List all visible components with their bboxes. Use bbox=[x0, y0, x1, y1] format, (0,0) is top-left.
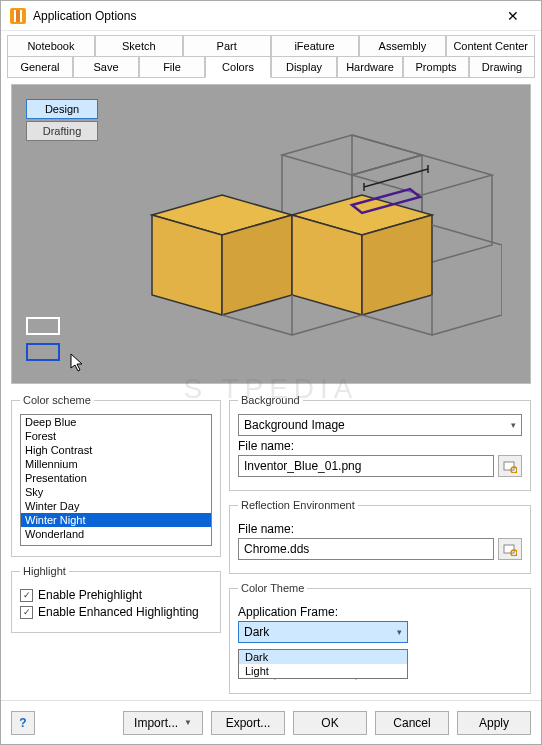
app-frame-label: Application Frame: bbox=[238, 605, 522, 619]
tab-prompts[interactable]: Prompts bbox=[403, 56, 469, 78]
tab-colors[interactable]: Colors bbox=[205, 56, 271, 78]
preview-swatches bbox=[26, 317, 60, 361]
background-browse-button[interactable] bbox=[498, 455, 522, 477]
app-frame-value: Dark bbox=[244, 625, 269, 639]
tab-drawing[interactable]: Drawing bbox=[469, 56, 535, 78]
color-scheme-item[interactable]: High Contrast bbox=[21, 443, 211, 457]
background-type-combo[interactable]: Background Image ▾ bbox=[238, 414, 522, 436]
cancel-button[interactable]: Cancel bbox=[375, 711, 449, 735]
tab-part[interactable]: Part bbox=[183, 35, 271, 56]
import-button[interactable]: Import...▼ bbox=[123, 711, 203, 735]
preview-area: Design Drafting bbox=[11, 84, 531, 384]
swatch-white[interactable] bbox=[26, 317, 60, 335]
cursor-icon bbox=[70, 353, 86, 373]
left-column: Color scheme Deep BlueForestHigh Contras… bbox=[11, 394, 221, 694]
ok-button[interactable]: OK bbox=[293, 711, 367, 735]
svg-rect-2 bbox=[16, 10, 20, 22]
color-scheme-item[interactable]: Wonderland bbox=[21, 527, 211, 541]
tab-general[interactable]: General bbox=[7, 56, 73, 78]
chevron-down-icon: ▾ bbox=[397, 627, 402, 637]
tabs-row-2: General Save File Colors Display Hardwar… bbox=[7, 56, 535, 78]
enable-prehighlight-checkbox[interactable]: ✓ Enable Prehighlight bbox=[20, 588, 212, 602]
color-theme-group: Color Theme Application Frame: Dark ▾ Da… bbox=[229, 582, 531, 694]
help-button[interactable]: ? bbox=[11, 711, 35, 735]
highlight-group: Highlight ✓ Enable Prehighlight ✓ Enable… bbox=[11, 565, 221, 633]
tab-display[interactable]: Display bbox=[271, 56, 337, 78]
enable-enhanced-highlighting-checkbox[interactable]: ✓ Enable Enhanced Highlighting bbox=[20, 605, 212, 619]
tabs-row-1: Notebook Sketch Part iFeature Assembly C… bbox=[7, 35, 535, 56]
tab-ifeature[interactable]: iFeature bbox=[271, 35, 359, 56]
background-legend: Background bbox=[238, 394, 303, 406]
app-frame-combo[interactable]: Dark ▾ bbox=[238, 621, 408, 643]
color-scheme-item[interactable]: Presentation bbox=[21, 471, 211, 485]
right-column: Background Background Image ▾ File name:… bbox=[229, 394, 531, 694]
color-scheme-item[interactable]: Forest bbox=[21, 429, 211, 443]
tab-hardware[interactable]: Hardware bbox=[337, 56, 403, 78]
background-group: Background Background Image ▾ File name:… bbox=[229, 394, 531, 491]
preview-mode-toggle: Design Drafting bbox=[26, 99, 98, 141]
close-button[interactable]: ✕ bbox=[493, 8, 533, 24]
browse-icon bbox=[503, 459, 517, 473]
export-button[interactable]: Export... bbox=[211, 711, 285, 735]
app-icon bbox=[9, 7, 27, 25]
app-frame-option-light[interactable]: Light bbox=[239, 664, 407, 678]
svg-line-19 bbox=[516, 555, 517, 556]
prehighlight-label: Enable Prehighlight bbox=[38, 588, 142, 602]
tab-save[interactable]: Save bbox=[73, 56, 139, 78]
background-filename-input[interactable]: Inventor_Blue_01.png bbox=[238, 455, 494, 477]
app-frame-dropdown: Dark Light bbox=[238, 649, 408, 679]
reflection-filename-label: File name: bbox=[238, 522, 522, 536]
tab-file[interactable]: File bbox=[139, 56, 205, 78]
tab-assembly[interactable]: Assembly bbox=[359, 35, 447, 56]
checkbox-icon: ✓ bbox=[20, 606, 33, 619]
design-toggle[interactable]: Design bbox=[26, 99, 98, 119]
tab-sketch[interactable]: Sketch bbox=[95, 35, 183, 56]
enhanced-label: Enable Enhanced Highlighting bbox=[38, 605, 199, 619]
browse-icon bbox=[503, 542, 517, 556]
color-theme-legend: Color Theme bbox=[238, 582, 307, 594]
footer: ? Import...▼ Export... OK Cancel Apply bbox=[1, 700, 541, 744]
reflection-browse-button[interactable] bbox=[498, 538, 522, 560]
lower-controls: Color scheme Deep BlueForestHigh Contras… bbox=[11, 394, 531, 694]
reflection-group: Reflection Environment File name: Chrome… bbox=[229, 499, 531, 574]
drafting-toggle[interactable]: Drafting bbox=[26, 121, 98, 141]
titlebar: Application Options ✕ bbox=[1, 1, 541, 31]
svg-line-13 bbox=[364, 169, 428, 187]
swatch-blue[interactable] bbox=[26, 343, 60, 361]
svg-rect-14 bbox=[504, 462, 514, 470]
tab-notebook[interactable]: Notebook bbox=[7, 35, 95, 56]
background-type-value: Background Image bbox=[244, 418, 345, 432]
color-scheme-item[interactable]: Millennium bbox=[21, 457, 211, 471]
apply-button[interactable]: Apply bbox=[457, 711, 531, 735]
highlight-legend: Highlight bbox=[20, 565, 69, 577]
svg-line-16 bbox=[516, 472, 517, 473]
content: Design Drafting bbox=[1, 78, 541, 700]
checkbox-icon: ✓ bbox=[20, 589, 33, 602]
preview-isometric-drawing bbox=[102, 125, 502, 365]
tabs: Notebook Sketch Part iFeature Assembly C… bbox=[1, 31, 541, 78]
svg-rect-17 bbox=[504, 545, 514, 553]
color-scheme-group: Color scheme Deep BlueForestHigh Contras… bbox=[11, 394, 221, 557]
color-scheme-item[interactable]: Sky bbox=[21, 485, 211, 499]
tab-content-center[interactable]: Content Center bbox=[446, 35, 535, 56]
chevron-down-icon: ▼ bbox=[184, 718, 192, 727]
window-title: Application Options bbox=[33, 9, 493, 23]
color-scheme-item[interactable]: Deep Blue bbox=[21, 415, 211, 429]
reflection-filename-input[interactable]: Chrome.dds bbox=[238, 538, 494, 560]
app-frame-option-dark[interactable]: Dark bbox=[239, 650, 407, 664]
color-scheme-item[interactable]: Winter Day bbox=[21, 499, 211, 513]
reflection-legend: Reflection Environment bbox=[238, 499, 358, 511]
application-options-window: Application Options ✕ Notebook Sketch Pa… bbox=[0, 0, 542, 745]
color-scheme-legend: Color scheme bbox=[20, 394, 94, 406]
color-scheme-listbox[interactable]: Deep BlueForestHigh ContrastMillenniumPr… bbox=[20, 414, 212, 546]
chevron-down-icon: ▾ bbox=[511, 420, 516, 430]
background-filename-label: File name: bbox=[238, 439, 522, 453]
color-scheme-item[interactable]: Winter Night bbox=[21, 513, 211, 527]
